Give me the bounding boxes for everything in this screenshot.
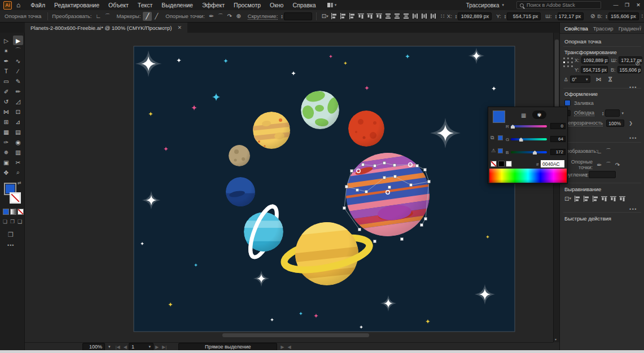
- first-artboard-icon[interactable]: |◀: [116, 345, 120, 350]
- align-bottom-icon[interactable]: [375, 12, 384, 21]
- convert-smooth-icon[interactable]: ⌒: [604, 147, 613, 156]
- artboard-options-icon[interactable]: ∷: [438, 12, 447, 21]
- channel-b-slider[interactable]: [511, 151, 547, 153]
- flip-horizontal-icon[interactable]: ⋈: [596, 76, 602, 82]
- restore-button[interactable]: ❐: [621, 2, 633, 8]
- trace-button[interactable]: Трассировка▾: [461, 2, 510, 9]
- distribute-middle-icon[interactable]: [393, 12, 402, 21]
- home-icon[interactable]: ⌂: [16, 1, 20, 9]
- next-artboard-icon[interactable]: ▶: [155, 345, 159, 350]
- slider-thumb[interactable]: [511, 125, 515, 129]
- artboard-nav-field[interactable]: 1▾: [129, 343, 154, 351]
- horizontal-scrollbar[interactable]: [222, 333, 369, 337]
- swap-fill-stroke-icon[interactable]: ⇄: [17, 180, 21, 186]
- x-stepper[interactable]: ▴▾: [455, 14, 457, 19]
- corner-radius-field[interactable]: [284, 12, 312, 20]
- align-center-icon[interactable]: [339, 12, 348, 21]
- magic-wand-tool[interactable]: ✴: [1, 46, 11, 55]
- pencil-tool[interactable]: ✏: [13, 86, 23, 96]
- stroke-weight-field[interactable]: [605, 109, 620, 117]
- shaper-tool[interactable]: ✐: [1, 86, 11, 96]
- align-to-icon[interactable]: ⊡▾: [321, 12, 330, 21]
- channel-r-slider[interactable]: [511, 125, 547, 127]
- align-right-icon[interactable]: [590, 194, 599, 203]
- direct-selection-tool[interactable]: ▶: [13, 36, 23, 45]
- none-color-swatch[interactable]: [490, 161, 497, 167]
- black-swatch[interactable]: [498, 161, 505, 167]
- none-mode-button[interactable]: [17, 209, 24, 215]
- planet-mars[interactable]: [348, 111, 384, 147]
- corner-anchor-icon[interactable]: ⌒: [604, 160, 613, 169]
- x-field[interactable]: 1092,889 px: [458, 12, 492, 20]
- close-tab-icon[interactable]: ✕: [178, 25, 182, 30]
- slider-thumb[interactable]: [533, 151, 537, 155]
- tab-градиент[interactable]: Градиент: [619, 25, 642, 33]
- screen-mode-icon[interactable]: ❒: [8, 231, 14, 239]
- more-align-icon[interactable]: •••: [629, 206, 637, 212]
- align-to-icon[interactable]: ⊡▾: [563, 194, 572, 203]
- opacity-label[interactable]: Непрозрачность: [564, 120, 603, 126]
- line-segment-tool[interactable]: ∕: [13, 66, 23, 76]
- y-stepper[interactable]: ▴▾: [505, 14, 506, 19]
- tab-трассир[interactable]: Трассир: [593, 25, 614, 33]
- zoom-dropdown-icon[interactable]: ▾: [108, 345, 111, 349]
- swatches-mode-icon[interactable]: ▦: [521, 112, 526, 118]
- draw-behind-icon[interactable]: ❐: [10, 219, 15, 224]
- distribute-top-icon[interactable]: [384, 12, 393, 21]
- pen-tool[interactable]: ✒: [1, 56, 11, 65]
- align-middle-icon[interactable]: [608, 194, 617, 203]
- slice-tool[interactable]: ✂: [13, 157, 23, 167]
- corner-radius-field[interactable]: [589, 171, 616, 178]
- channel-b-value[interactable]: 172: [550, 149, 566, 155]
- hand-tool[interactable]: ✥: [1, 167, 11, 177]
- flip-vertical-icon[interactable]: ⋈: [607, 77, 613, 82]
- workspace-switcher[interactable]: ▾: [327, 3, 337, 7]
- status-tool-field[interactable]: Прямое выделение: [178, 343, 277, 351]
- web-safe-color-chip[interactable]: [498, 135, 503, 140]
- stroke-stepper[interactable]: ▴▾: [602, 111, 604, 116]
- prev-artboard-icon[interactable]: ◀: [124, 345, 127, 350]
- artboard-tool[interactable]: ▣: [1, 157, 11, 167]
- angle-field[interactable]: 0°▾: [570, 76, 590, 83]
- in-gamut-color-chip[interactable]: [498, 148, 503, 153]
- chevron-down-icon[interactable]: ▾: [622, 111, 624, 116]
- menu-select[interactable]: Выделение: [157, 2, 198, 8]
- white-swatch[interactable]: [506, 161, 512, 167]
- menu-file[interactable]: Файл: [26, 2, 50, 8]
- draw-inside-icon[interactable]: ❑: [17, 219, 22, 224]
- search-box[interactable]: [516, 1, 601, 9]
- last-artboard-icon[interactable]: ▶|: [162, 345, 167, 350]
- align-top-icon[interactable]: [599, 194, 608, 203]
- rotate-tool[interactable]: ↺: [1, 96, 11, 106]
- align-left-icon[interactable]: [330, 12, 339, 21]
- color-mixer-mode-icon[interactable]: ✾: [532, 111, 546, 119]
- align-center-icon[interactable]: [581, 194, 590, 203]
- align-middle-icon[interactable]: [366, 12, 375, 21]
- menu-window[interactable]: Окно: [265, 2, 288, 8]
- scroll-down-icon[interactable]: ▾: [555, 337, 557, 341]
- remove-anchor-icon[interactable]: ✏: [207, 12, 216, 21]
- close-button[interactable]: ✕: [633, 2, 644, 8]
- perspective-grid-tool[interactable]: ⊿: [13, 117, 23, 126]
- panel-menu-icon[interactable]: '': [639, 25, 641, 30]
- gradient-tool[interactable]: ▤: [13, 127, 23, 136]
- show-handles-icon[interactable]: ╱: [143, 12, 152, 21]
- corner-radius-label[interactable]: Скругление:: [248, 13, 278, 20]
- corner-stepper[interactable]: ▴▾: [281, 14, 283, 19]
- y-field[interactable]: 554,715 px: [581, 66, 608, 73]
- hex-input[interactable]: 0040AC: [541, 160, 564, 167]
- channel-r-value[interactable]: 0: [550, 123, 566, 129]
- align-right-icon[interactable]: [348, 12, 357, 21]
- out-of-web-color-icon[interactable]: ⧉: [490, 135, 494, 141]
- status-next-icon[interactable]: ▶: [281, 345, 284, 350]
- type-tool[interactable]: T: [1, 66, 11, 76]
- menu-effect[interactable]: Эффект: [198, 2, 229, 8]
- scale-tool[interactable]: ◿: [13, 96, 23, 106]
- distribute-right-icon[interactable]: [429, 12, 438, 21]
- distribute-left-icon[interactable]: [411, 12, 420, 21]
- more-appearance-icon[interactable]: •••: [629, 135, 637, 141]
- search-input[interactable]: [527, 2, 598, 8]
- symbol-sprayer-tool[interactable]: ✵: [1, 147, 11, 157]
- color-spectrum[interactable]: [489, 169, 567, 183]
- document-canvas[interactable]: [25, 33, 553, 342]
